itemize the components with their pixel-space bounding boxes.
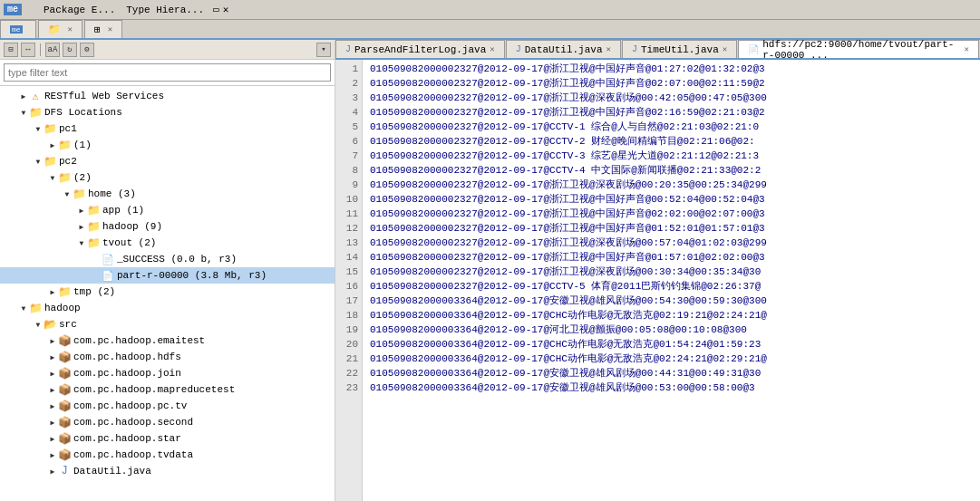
toggle-pc1-sub[interactable]: ▶ xyxy=(47,140,58,150)
file-tab-close-parse[interactable]: ✕ xyxy=(490,44,494,54)
tab-myeclipse[interactable]: me xyxy=(0,20,36,38)
label-pc1: pc1 xyxy=(59,123,77,134)
tree-item-success[interactable]: 📄_SUCCESS (0.0 b, r3) xyxy=(0,251,335,267)
toggle-restful[interactable]: ▶ xyxy=(18,91,29,101)
line-num-8: 8 xyxy=(339,163,358,178)
toggle-part-r[interactable] xyxy=(91,270,102,281)
icon-pkg8: 📦 xyxy=(58,448,71,461)
label-pkg5: com.pc.hadoop.pc.tv xyxy=(73,400,187,411)
icon-dfs: 📁 xyxy=(29,106,42,119)
label-dfs: DFS Locations xyxy=(44,107,122,118)
sidebar-toolbar: ⊟ ↔ aA ↻ ⚙ ▾ xyxy=(0,40,335,60)
label-pkg3: com.pc.hadoop.join xyxy=(73,368,181,379)
toggle-pc2-sub[interactable]: ▼ xyxy=(47,172,58,183)
menu-myeclipse[interactable] xyxy=(27,8,38,12)
label-hadoop-dir: hadoop (9) xyxy=(102,221,162,232)
toggle-pc2[interactable]: ▼ xyxy=(33,156,44,167)
label-hadoop-proj: hadoop xyxy=(44,303,81,313)
menu-package-explorer[interactable]: Package E... xyxy=(38,3,121,17)
toggle-hadoop-dir[interactable]: ▶ xyxy=(76,221,87,232)
close-btn[interactable]: ✕ xyxy=(223,4,229,15)
filter-box xyxy=(0,60,335,86)
tree-item-tvout[interactable]: ▼📁tvout (2) xyxy=(0,235,335,251)
tree-item-restful[interactable]: ▶⚠RESTful Web Services xyxy=(0,88,335,104)
icon-pkg6: 📦 xyxy=(58,416,71,429)
file-tab-timeutil[interactable]: JTimeUtil.java ✕ xyxy=(622,40,737,58)
toggle-pkg9[interactable]: ▶ xyxy=(47,466,58,477)
tree-item-pkg6[interactable]: ▶📦com.pc.hadoop.second xyxy=(0,414,335,430)
toggle-pkg6[interactable]: ▶ xyxy=(47,417,58,428)
tree-item-pc1-sub[interactable]: ▶📁(1) xyxy=(0,137,335,153)
toggle-pkg1[interactable]: ▶ xyxy=(47,335,58,346)
icon-src: 📂 xyxy=(44,318,56,331)
tree-item-pkg3[interactable]: ▶📦com.pc.hadoop.join xyxy=(0,365,335,381)
toggle-pc1[interactable]: ▼ xyxy=(33,123,44,134)
line-num-1: 1 xyxy=(339,62,358,76)
toggle-app[interactable]: ▶ xyxy=(76,205,87,216)
code-line-6: 010509082000002327@2012-09-17@CCTV-2 财经@… xyxy=(370,134,973,149)
tab-package-explorer[interactable]: 📁 ✕ xyxy=(38,20,82,38)
toolbar-font-size[interactable]: aA xyxy=(45,43,60,57)
tree-item-pkg5[interactable]: ▶📦com.pc.hadoop.pc.tv xyxy=(0,398,335,414)
toolbar-menu[interactable]: ▾ xyxy=(316,43,331,57)
file-tab-close-hdfs[interactable]: ✕ xyxy=(965,44,969,54)
label-home: home (3) xyxy=(88,188,136,199)
tree-area[interactable]: ▶⚠RESTful Web Services▼📁DFS Locations▼📁p… xyxy=(0,86,335,501)
label-part-r: part-r-00000 (3.8 Mb, r3) xyxy=(117,270,267,281)
code-area[interactable]: 1234567891011121314151617181920212223 01… xyxy=(335,60,980,501)
file-tab-close-timeutil[interactable]: ✕ xyxy=(723,44,727,54)
toolbar-refresh[interactable]: ↻ xyxy=(63,43,77,57)
file-tab-icon-hdfs: 📄 xyxy=(748,44,759,55)
toggle-tmp[interactable]: ▶ xyxy=(47,286,58,297)
menu-type-hierarchy[interactable]: Type Hiera... xyxy=(121,3,209,17)
tree-item-pkg2[interactable]: ▶📦com.pc.hadoop.hdfs xyxy=(0,349,335,365)
file-tab-hdfs[interactable]: 📄hdfs://pc2:9000/home/tvout/part-r-00000… xyxy=(738,40,979,58)
tree-item-hadoop-proj[interactable]: ▼📁hadoop xyxy=(0,300,335,316)
toggle-src[interactable]: ▼ xyxy=(33,319,44,330)
toolbar-link-editor[interactable]: ↔ xyxy=(21,43,35,57)
me-icon: me xyxy=(10,25,23,34)
toggle-success[interactable] xyxy=(91,254,102,265)
tree-item-pkg1[interactable]: ▶📦com.pc.hadoop.emaitest xyxy=(0,332,335,349)
tree-item-home[interactable]: ▼📁home (3) xyxy=(0,186,335,202)
tree-item-pkg4[interactable]: ▶📦com.pc.hadoop.mapreducetest xyxy=(0,381,335,398)
toggle-pkg7[interactable]: ▶ xyxy=(47,433,58,444)
toggle-hadoop-proj[interactable]: ▼ xyxy=(18,303,29,313)
toggle-dfs[interactable]: ▼ xyxy=(18,107,29,118)
file-tab-close-datautil[interactable]: ✕ xyxy=(606,44,611,54)
line-num-21: 21 xyxy=(339,352,358,366)
toggle-pkg5[interactable]: ▶ xyxy=(47,400,58,411)
line-num-11: 11 xyxy=(339,207,358,221)
code-line-18: 010509082000003364@2012-09-17@CHC动作电影@无敌… xyxy=(370,308,973,323)
tree-item-pkg7[interactable]: ▶📦com.pc.hadoop.star xyxy=(0,430,335,447)
tab-type-hierarchy[interactable]: ⊞ ✕ xyxy=(84,20,122,38)
file-tab-parse[interactable]: JParseAndFilterLog.java ✕ xyxy=(335,40,505,58)
toolbar-collapse-all[interactable]: ⊟ xyxy=(4,43,18,57)
tree-item-pkg8[interactable]: ▶📦com.pc.hadoop.tvdata xyxy=(0,447,335,463)
tree-item-src[interactable]: ▼📂src xyxy=(0,316,335,332)
toggle-pkg8[interactable]: ▶ xyxy=(47,449,58,460)
tree-item-pc2-sub[interactable]: ▼📁(2) xyxy=(0,169,335,186)
tab-close-hierarchy[interactable]: ✕ xyxy=(108,24,112,34)
icon-pc2: 📁 xyxy=(44,155,56,168)
filter-input[interactable] xyxy=(4,63,331,82)
tab-close-package[interactable]: ✕ xyxy=(68,24,73,34)
tree-item-pc1[interactable]: ▼📁pc1 xyxy=(0,120,335,137)
tree-item-pc2[interactable]: ▼📁pc2 xyxy=(0,153,335,169)
tree-item-pkg9[interactable]: ▶JDataUtil.java xyxy=(0,463,335,479)
toggle-home[interactable]: ▼ xyxy=(62,188,73,199)
tree-item-part-r[interactable]: 📄part-r-00000 (3.8 Mb, r3) xyxy=(0,267,335,284)
tree-item-app[interactable]: ▶📁app (1) xyxy=(0,202,335,218)
minimize-btn[interactable]: ▭ xyxy=(213,4,219,15)
toggle-pkg4[interactable]: ▶ xyxy=(47,384,58,395)
toggle-pkg2[interactable]: ▶ xyxy=(47,352,58,362)
tree-item-dfs[interactable]: ▼📁DFS Locations xyxy=(0,104,335,120)
label-pc1-sub: (1) xyxy=(73,140,92,150)
toggle-tvout[interactable]: ▼ xyxy=(76,237,87,248)
toggle-pkg3[interactable]: ▶ xyxy=(47,368,58,379)
tree-item-hadoop-dir[interactable]: ▶📁hadoop (9) xyxy=(0,218,335,235)
icon-app: 📁 xyxy=(87,204,100,217)
toolbar-settings[interactable]: ⚙ xyxy=(80,43,94,57)
file-tab-datautil[interactable]: JDataUtil.java ✕ xyxy=(506,40,621,58)
tree-item-tmp[interactable]: ▶📁tmp (2) xyxy=(0,284,335,300)
